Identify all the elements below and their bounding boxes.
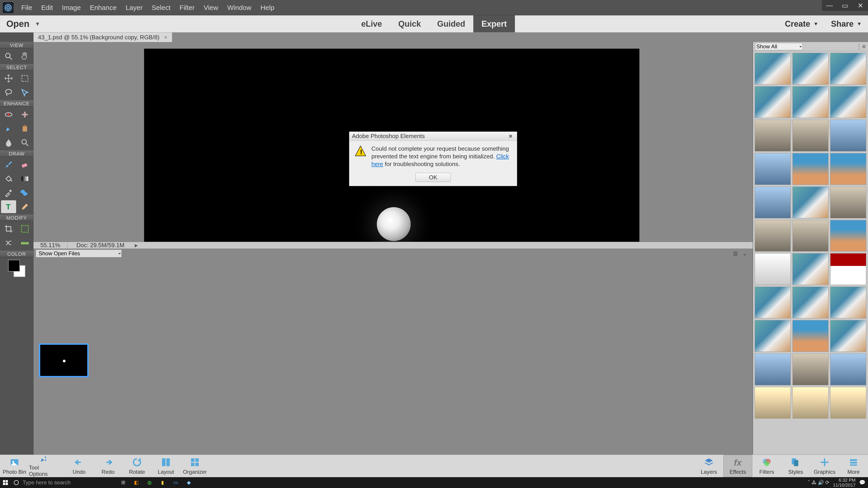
effect-thumb[interactable]: [793, 287, 829, 318]
effect-thumb[interactable]: [830, 220, 866, 252]
tray-volume-icon[interactable]: 🔊: [818, 480, 824, 486]
sponge-tool-icon[interactable]: [17, 136, 33, 149]
dialog-close-icon[interactable]: ×: [507, 133, 514, 139]
mode-guided[interactable]: Guided: [429, 15, 473, 32]
effect-thumb[interactable]: [755, 86, 791, 118]
effect-thumb[interactable]: [830, 53, 866, 85]
tray-sync-icon[interactable]: ⟳: [825, 480, 829, 486]
taskbar-app-icon[interactable]: ◍: [143, 477, 156, 488]
move-tool-icon[interactable]: [1, 72, 16, 85]
effect-thumb[interactable]: [830, 287, 866, 318]
taskbar-search-placeholder[interactable]: Type here to search: [22, 480, 117, 486]
menu-filter[interactable]: Filter: [175, 4, 199, 11]
brush-tool-icon[interactable]: [1, 158, 16, 171]
layout-button[interactable]: Layout: [151, 455, 180, 477]
clone-tool-icon[interactable]: [17, 122, 33, 135]
effect-thumb[interactable]: [755, 187, 791, 218]
shape-tool-icon[interactable]: [17, 186, 33, 199]
open-dropdown[interactable]: Open ▼: [0, 19, 49, 29]
marquee-tool-icon[interactable]: [17, 72, 33, 85]
recompose-tool-icon[interactable]: [17, 222, 33, 235]
document-tab[interactable]: 43_1.psd @ 55.1% (Background copy, RGB/8…: [33, 33, 172, 42]
taskview-icon[interactable]: ⊞: [117, 477, 130, 488]
lasso-tool-icon[interactable]: [1, 86, 16, 99]
effect-thumb[interactable]: [755, 387, 791, 419]
tray-chevron-icon[interactable]: ˄: [808, 480, 810, 486]
system-tray[interactable]: ˄ 🖧 🔊 ⟳ 6:32 PM 11/10/2017 💬: [805, 478, 868, 488]
effect-thumb[interactable]: [793, 354, 829, 385]
open-files-dropdown[interactable]: Show Open Files: [36, 250, 122, 257]
taskbar-app-icon[interactable]: ▭: [169, 477, 182, 488]
blur-tool-icon[interactable]: [1, 136, 16, 149]
eraser-tool-icon[interactable]: [17, 158, 33, 171]
effects-panel-button[interactable]: fxEffects: [723, 455, 752, 477]
effect-thumb[interactable]: [830, 387, 866, 419]
menu-file[interactable]: File: [17, 4, 37, 11]
hand-tool-icon[interactable]: [17, 50, 33, 63]
effect-thumb[interactable]: [830, 86, 866, 118]
layers-panel-button[interactable]: Layers: [694, 455, 723, 477]
effects-filter-dropdown[interactable]: Show All: [755, 43, 803, 50]
create-dropdown[interactable]: Create▼: [778, 15, 825, 32]
effect-thumb[interactable]: [755, 120, 791, 151]
photobin-button[interactable]: Photo Bin: [0, 455, 29, 477]
undo-button[interactable]: Undo: [65, 455, 94, 477]
graphics-panel-button[interactable]: Graphics: [810, 455, 839, 477]
redo-button[interactable]: Redo: [94, 455, 123, 477]
mode-quick[interactable]: Quick: [390, 15, 429, 32]
color-swatch[interactable]: [8, 260, 25, 277]
window-restore-icon[interactable]: ▭: [837, 0, 852, 11]
filters-panel-button[interactable]: Filters: [752, 455, 781, 477]
tray-network-icon[interactable]: 🖧: [811, 480, 816, 486]
menu-help[interactable]: Help: [256, 4, 279, 11]
straighten-tool-icon[interactable]: [17, 236, 33, 250]
spotheal-tool-icon[interactable]: [17, 108, 33, 121]
effect-thumb[interactable]: [755, 354, 791, 385]
menu-edit[interactable]: Edit: [37, 4, 57, 11]
menu-window[interactable]: Window: [223, 4, 256, 11]
gradient-tool-icon[interactable]: [17, 172, 33, 185]
effect-thumb[interactable]: [755, 287, 791, 318]
window-close-icon[interactable]: ✕: [852, 0, 868, 11]
cortana-search-icon[interactable]: [11, 477, 22, 488]
menu-select[interactable]: Select: [147, 4, 175, 11]
effect-thumb[interactable]: [793, 187, 829, 218]
styles-panel-button[interactable]: Styles: [781, 455, 810, 477]
zoom-readout[interactable]: 55.11%: [33, 242, 67, 249]
effect-thumb[interactable]: [755, 220, 791, 252]
tray-action-center-icon[interactable]: 💬: [859, 480, 865, 486]
tooloptions-button[interactable]: Tool Options: [29, 455, 58, 477]
effect-thumb[interactable]: [830, 354, 866, 385]
dialog-ok-button[interactable]: OK: [415, 173, 451, 182]
share-dropdown[interactable]: Share▼: [825, 15, 868, 32]
effect-thumb[interactable]: [755, 153, 791, 185]
menu-image[interactable]: Image: [57, 4, 85, 11]
menu-view[interactable]: View: [199, 4, 223, 11]
window-minimize-icon[interactable]: —: [822, 0, 837, 11]
start-button-icon[interactable]: [0, 477, 11, 488]
doc-info-chevron-icon[interactable]: ▸: [135, 241, 138, 249]
effect-thumb[interactable]: [793, 320, 829, 352]
taskbar-clock[interactable]: 6:32 PM 11/10/2017: [831, 478, 858, 488]
pencil-tool-icon[interactable]: [17, 200, 33, 213]
menu-layer[interactable]: Layer: [121, 4, 147, 11]
quickselect-tool-icon[interactable]: [17, 86, 33, 99]
text-tool-icon[interactable]: T: [1, 200, 16, 213]
photo-bin-thumb[interactable]: [39, 344, 89, 377]
more-panel-button[interactable]: More: [839, 455, 868, 477]
effect-thumb[interactable]: [755, 253, 791, 285]
mode-elive[interactable]: eLive: [353, 15, 390, 32]
contentaware-tool-icon[interactable]: [1, 236, 16, 250]
panel-menu-icon[interactable]: ⋮≡: [856, 43, 866, 50]
rotate-button[interactable]: Rotate: [123, 455, 151, 477]
effect-thumb[interactable]: [793, 120, 829, 151]
effect-thumb[interactable]: [830, 320, 866, 352]
effect-thumb[interactable]: [793, 86, 829, 118]
crop-tool-icon[interactable]: [1, 222, 16, 235]
paintbucket-tool-icon[interactable]: [1, 172, 16, 185]
smartbrush-tool-icon[interactable]: [1, 122, 16, 135]
mode-expert[interactable]: Expert: [473, 15, 515, 32]
eyedropper-tool-icon[interactable]: [1, 186, 16, 199]
list-view-icon[interactable]: ≣: [733, 250, 738, 257]
foreground-color-swatch[interactable]: [8, 260, 20, 271]
